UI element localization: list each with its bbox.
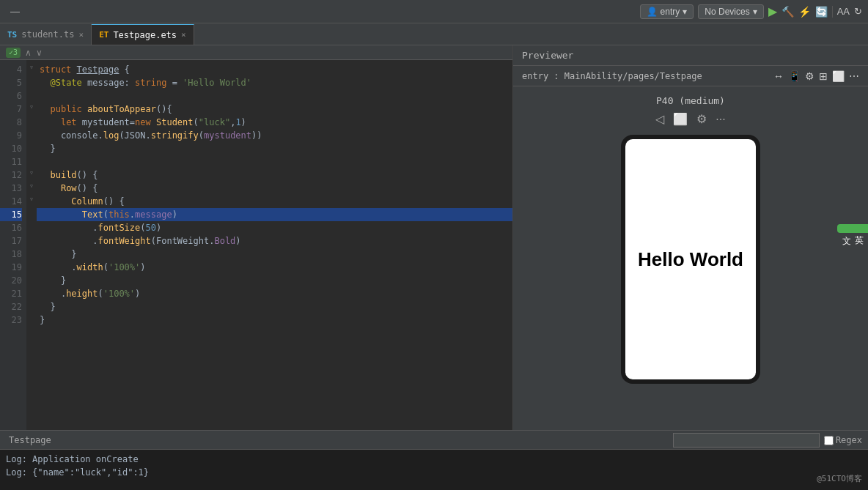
fold-17 <box>26 231 37 245</box>
log-area: Log: Application onCreate Log: {"name":"… <box>0 450 868 490</box>
home-btn[interactable]: ⬜ <box>673 112 688 126</box>
translate-button[interactable]: 英文 <box>837 224 868 233</box>
previewer-title: Previewer <box>522 50 859 61</box>
line-numbers: 4 5 6 7 8 9 10 11 12 13 14 15 16 17 18 1… <box>0 60 26 430</box>
tab-student-label: student.ts <box>21 29 74 40</box>
previewer: Previewer entry : MainAbility/pages/Test… <box>513 45 868 430</box>
fold-7[interactable]: ▿ <box>26 100 37 113</box>
fold-4[interactable]: ▿ <box>26 60 37 73</box>
devices-label: No Devices <box>705 7 749 17</box>
fold-5 <box>26 73 37 86</box>
fold-gutter: ▿ ▿ ▿ ▿ ▿ <box>26 60 37 430</box>
fold-12[interactable]: ▿ <box>26 166 37 179</box>
log-line-2-text: Log: {"name":"luck","id":1} <box>6 467 149 478</box>
fold-20 <box>26 271 37 284</box>
build-button[interactable]: 🔨 <box>781 6 794 18</box>
code-line-20: } <box>37 274 512 287</box>
fold-15 <box>26 205 37 218</box>
toolbar-left: — <box>6 4 24 18</box>
fold-8 <box>26 113 37 126</box>
more-device-btn[interactable]: ··· <box>716 112 725 126</box>
device-screen: Hello World <box>625 139 756 379</box>
devices-dropdown[interactable]: No Devices ▾ <box>698 4 763 19</box>
line-num-21: 21 <box>0 287 22 300</box>
settings-icon[interactable]: ⚙ <box>805 70 814 82</box>
code-line-16: .fontSize(50) <box>37 221 512 234</box>
code-line-5: @State message: string = 'Hello World' <box>37 76 512 89</box>
diff-prev[interactable]: ∧ <box>25 48 32 58</box>
more-icon[interactable]: ⋯ <box>849 70 859 82</box>
code-line-9: console.log(JSON.stringify(mystudent)) <box>37 129 512 142</box>
breadcrumb: Testpage <box>9 435 51 445</box>
fold-18 <box>26 245 37 258</box>
line-num-16: 16 <box>0 221 22 234</box>
code-line-10: } <box>37 142 512 155</box>
fold-23 <box>26 311 37 324</box>
line-num-17: 17 <box>0 234 22 248</box>
entry-icon: 👤 <box>647 7 658 17</box>
window-icon[interactable]: ⬜ <box>832 70 845 82</box>
entry-chevron: ▾ <box>683 7 687 17</box>
previewer-header: Previewer <box>513 45 868 66</box>
fold-14[interactable]: ▿ <box>26 192 37 205</box>
tab-testpage[interactable]: ET Testpage.ets × <box>92 24 194 45</box>
entry-dropdown[interactable]: 👤 entry ▾ <box>640 4 694 19</box>
line-num-18: 18 <box>0 248 22 261</box>
devices-chevron: ▾ <box>753 7 757 17</box>
log-line-1-text: Log: Application onCreate <box>6 454 139 464</box>
code-line-14: Column() { <box>37 195 512 208</box>
code-line-7: public aboutToAppear(){ <box>37 103 512 116</box>
line-num-22: 22 <box>0 300 22 313</box>
line-num-15: 15 <box>0 208 22 221</box>
fold-10 <box>26 139 37 152</box>
regex-checkbox[interactable] <box>824 436 834 445</box>
fold-6 <box>26 86 37 100</box>
code-editor[interactable]: ✓ 3 ∧ ∨ 4 5 6 7 8 9 10 11 12 13 14 15 16 <box>0 45 513 430</box>
devices-icon[interactable]: 📱 <box>788 70 801 82</box>
regex-text: Regex <box>836 435 862 445</box>
top-toolbar: — 👤 entry ▾ No Devices ▾ ▶ 🔨 ⚡ 🔄 AA ↻ <box>0 0 868 23</box>
diff-next[interactable]: ∨ <box>36 48 43 58</box>
line-num-19: 19 <box>0 261 22 274</box>
line-num-9: 9 <box>0 129 22 142</box>
code-line-19: .width('100%') <box>37 261 512 274</box>
tab-student-close[interactable]: × <box>79 30 84 40</box>
line-num-10: 10 <box>0 142 22 155</box>
line-num-12: 12 <box>0 168 22 182</box>
tab-testpage-close[interactable]: × <box>181 30 186 40</box>
line-num-23: 23 <box>0 313 22 327</box>
rerun-button[interactable]: 🔄 <box>815 6 828 18</box>
tab-student[interactable]: TS student.ts × <box>0 24 92 45</box>
fold-11 <box>26 152 37 166</box>
line-num-5: 5 <box>0 76 22 89</box>
line-num-20: 20 <box>0 274 22 287</box>
code-line-13: Row() { <box>37 182 512 195</box>
line-num-11: 11 <box>0 155 22 168</box>
font-size-button[interactable]: AA <box>837 6 850 17</box>
line-num-4: 4 <box>0 63 22 76</box>
code-line-23: } <box>37 313 512 327</box>
back-btn[interactable]: ◁ <box>655 112 664 126</box>
fold-13[interactable]: ▿ <box>26 179 37 192</box>
grid-icon[interactable]: ⊞ <box>819 70 828 82</box>
code-line-21: .height('100%') <box>37 287 512 300</box>
code-line-17: .fontWeight(FontWeight.Bold) <box>37 234 512 248</box>
sync-button[interactable]: ⚡ <box>798 6 811 18</box>
line-num-7: 7 <box>0 103 22 116</box>
line-num-13: 13 <box>0 182 22 195</box>
refresh-button[interactable]: ↻ <box>854 6 862 17</box>
search-input[interactable] <box>673 433 820 448</box>
previewer-body: P40 (medium) ◁ ⬜ ⚙ ··· Hello World 英文 <box>513 86 868 430</box>
tab-bar: TS student.ts × ET Testpage.ets × <box>0 23 868 45</box>
diff-badge: ✓ 3 <box>6 48 21 58</box>
toolbar-right: 👤 entry ▾ No Devices ▾ ▶ 🔨 ⚡ 🔄 AA ↻ <box>640 4 862 19</box>
run-button[interactable]: ▶ <box>768 4 777 18</box>
rotate-device-btn[interactable]: ⚙ <box>696 112 707 126</box>
code-line-8: let mystudent=new Student("luck",1) <box>37 116 512 129</box>
code-content[interactable]: struct Testpage { @State message: string… <box>37 60 512 430</box>
code-line-22: } <box>37 300 512 313</box>
previewer-path: entry : MainAbility/pages/Testpage ↔ 📱 ⚙… <box>513 66 868 86</box>
rotate-icon[interactable]: ↔ <box>773 70 784 82</box>
collapse-btn[interactable]: — <box>6 4 24 18</box>
ts-icon: TS <box>7 30 17 40</box>
